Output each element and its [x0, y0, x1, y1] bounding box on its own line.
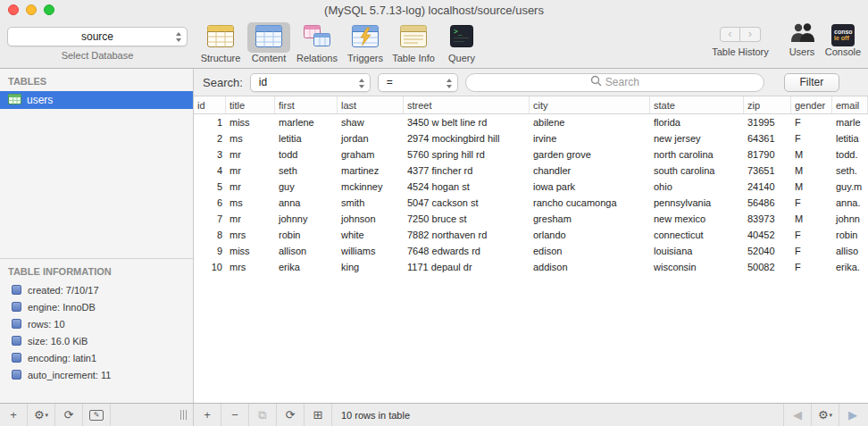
table-cell[interactable]: 2974 mockingbird hill: [404, 130, 530, 146]
table-cell[interactable]: gresham: [530, 211, 650, 227]
add-row-button[interactable]: +: [194, 404, 221, 426]
table-cell[interactable]: edison: [530, 243, 650, 259]
table-cell[interactable]: F: [791, 243, 832, 259]
table-row[interactable]: 1missmarleneshaw3450 w belt line rdabile…: [194, 114, 868, 130]
table-cell[interactable]: erika.: [832, 259, 868, 275]
table-cell[interactable]: seth.: [832, 163, 868, 179]
table-cell[interactable]: mr: [226, 163, 275, 179]
column-header-city[interactable]: city: [530, 96, 650, 113]
table-cell[interactable]: M: [791, 211, 832, 227]
table-cell[interactable]: 7882 northaven rd: [404, 227, 530, 243]
table-cell[interactable]: 52040: [744, 243, 791, 259]
refresh-tables-button[interactable]: ⟳: [55, 404, 83, 426]
column-header-last[interactable]: last: [338, 96, 404, 113]
table-cell[interactable]: 4: [194, 163, 226, 179]
table-cell[interactable]: erika: [275, 259, 338, 275]
table-cell[interactable]: robin: [832, 227, 868, 243]
column-header-title[interactable]: title: [226, 96, 275, 113]
table-cell[interactable]: 5: [194, 179, 226, 195]
table-row[interactable]: 6msannasmith5047 cackson strancho cucamo…: [194, 195, 868, 211]
table-cell[interactable]: chandler: [530, 163, 650, 179]
table-cell[interactable]: todd: [275, 146, 338, 163]
table-cell[interactable]: north carolina: [650, 146, 744, 163]
toolbar-item-structure[interactable]: Structure: [196, 21, 245, 63]
table-cell[interactable]: 5047 cackson st: [404, 195, 530, 211]
table-cell[interactable]: iowa park: [530, 179, 650, 195]
add-table-button[interactable]: +: [0, 404, 28, 426]
table-cell[interactable]: anna.: [832, 195, 868, 211]
table-cell[interactable]: 4377 fincher rd: [404, 163, 530, 179]
table-row[interactable]: 3mrtoddgraham5760 spring hill rdgarden g…: [194, 146, 868, 163]
filter-button[interactable]: Filter: [784, 73, 839, 92]
next-page-button[interactable]: ▶: [839, 404, 866, 426]
table-cell[interactable]: alliso: [832, 243, 868, 259]
table-row[interactable]: 2msletitiajordan2974 mockingbird hillirv…: [194, 130, 868, 146]
duplicate-row-button[interactable]: ⧉: [249, 404, 277, 426]
table-cell[interactable]: martinez: [338, 163, 404, 179]
table-cell[interactable]: johnny: [275, 211, 338, 227]
table-cell[interactable]: garden grove: [530, 146, 650, 163]
table-cell[interactable]: seth: [275, 163, 338, 179]
table-row[interactable]: 7mrjohnnyjohnson7250 bruce stgreshamnew …: [194, 211, 868, 227]
toolbar-item-query[interactable]: >_ Query: [438, 21, 486, 63]
table-cell[interactable]: jordan: [338, 130, 404, 146]
history-back-button[interactable]: ‹: [720, 27, 740, 42]
table-cell[interactable]: wisconsin: [650, 259, 744, 275]
history-forward-button[interactable]: ›: [740, 27, 761, 42]
table-cell[interactable]: marlene: [275, 114, 338, 130]
table-cell[interactable]: guy.m: [832, 179, 868, 195]
table-cell[interactable]: 3450 w belt line rd: [404, 114, 530, 130]
table-cell[interactable]: 4524 hogan st: [404, 179, 530, 195]
minimize-window-button[interactable]: [26, 4, 37, 15]
table-cell[interactable]: louisiana: [650, 243, 744, 259]
table-cell[interactable]: allison: [275, 243, 338, 259]
toolbar-item-relations[interactable]: Relations: [293, 21, 341, 63]
table-cell[interactable]: 73651: [744, 163, 791, 179]
sidebar-item-users[interactable]: users: [0, 91, 193, 109]
table-cell[interactable]: 1: [194, 114, 226, 130]
table-cell[interactable]: M: [791, 146, 832, 163]
table-cell[interactable]: F: [791, 259, 832, 275]
toggle-console-button[interactable]: ✎: [83, 404, 111, 426]
table-cell[interactable]: 7648 edwards rd: [404, 243, 530, 259]
toolbar-item-console[interactable]: conso le off Console: [822, 21, 864, 57]
table-cell[interactable]: letitia: [832, 130, 868, 146]
table-cell[interactable]: williams: [338, 243, 404, 259]
table-cell[interactable]: M: [791, 163, 832, 179]
close-window-button[interactable]: [8, 4, 19, 15]
search-input[interactable]: Search: [465, 73, 764, 92]
table-cell[interactable]: letitia: [275, 130, 338, 146]
table-cell[interactable]: 81790: [744, 146, 791, 163]
table-cell[interactable]: pennsylvania: [650, 195, 744, 211]
toolbar-item-content[interactable]: Content: [245, 21, 293, 63]
table-cell[interactable]: 64361: [744, 130, 791, 146]
table-cell[interactable]: 8: [194, 227, 226, 243]
table-cell[interactable]: 24140: [744, 179, 791, 195]
column-header-state[interactable]: state: [650, 96, 744, 113]
table-cell[interactable]: 56486: [744, 195, 791, 211]
table-actions-gear-button[interactable]: ⚙▾: [28, 404, 55, 426]
table-cell[interactable]: mr: [226, 179, 275, 195]
table-cell[interactable]: addison: [530, 259, 650, 275]
filter-column-select[interactable]: id: [250, 73, 371, 92]
column-header-street[interactable]: street: [404, 96, 530, 113]
previous-page-button[interactable]: ◀: [783, 404, 811, 426]
table-cell[interactable]: mrs: [226, 227, 275, 243]
table-cell[interactable]: south carolina: [650, 163, 744, 179]
sidebar-resize-handle[interactable]: [180, 410, 187, 420]
table-cell[interactable]: F: [791, 195, 832, 211]
table-cell[interactable]: mr: [226, 146, 275, 163]
table-cell[interactable]: anna: [275, 195, 338, 211]
column-header-first[interactable]: first: [275, 96, 338, 113]
table-cell[interactable]: ms: [226, 195, 275, 211]
table-cell[interactable]: smith: [338, 195, 404, 211]
column-header-gender[interactable]: gender: [791, 96, 832, 113]
table-cell[interactable]: M: [791, 179, 832, 195]
table-cell[interactable]: connecticut: [650, 227, 744, 243]
table-cell[interactable]: 50082: [744, 259, 791, 275]
table-cell[interactable]: white: [338, 227, 404, 243]
zoom-window-button[interactable]: [44, 4, 54, 15]
table-cell[interactable]: ohio: [650, 179, 744, 195]
table-cell[interactable]: 6: [194, 195, 226, 211]
table-cell[interactable]: 1171 depaul dr: [404, 259, 530, 275]
